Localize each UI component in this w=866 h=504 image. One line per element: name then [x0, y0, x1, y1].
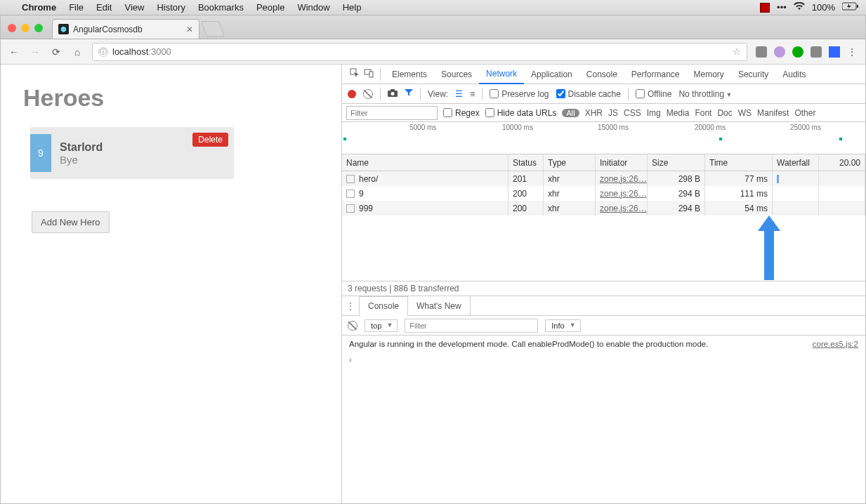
offline-checkbox[interactable]: Offline [636, 89, 671, 99]
app-name[interactable]: Chrome [15, 2, 63, 13]
timeline-marker [343, 138, 346, 140]
col-initiator[interactable]: Initiator [596, 154, 648, 171]
filter-other[interactable]: Other [794, 108, 815, 118]
console-context-select[interactable]: top [365, 319, 398, 332]
drawer-tab-console[interactable]: Console [359, 296, 408, 316]
filter-manifest[interactable]: Manifest [757, 108, 789, 118]
tab-performance[interactable]: Performance [624, 65, 687, 84]
extension-icon[interactable] [811, 46, 822, 58]
filter-css[interactable]: CSS [624, 108, 641, 118]
console-body[interactable]: Angular is running in the development mo… [342, 336, 865, 503]
clear-button[interactable] [363, 89, 373, 99]
regex-checkbox[interactable]: Regex [443, 108, 480, 118]
tab-memory[interactable]: Memory [687, 65, 731, 84]
col-name[interactable]: Name [342, 154, 509, 171]
console-message: Angular is running in the development mo… [349, 340, 770, 348]
menu-window[interactable]: Window [291, 2, 336, 13]
forward-button[interactable]: → [29, 46, 41, 58]
zoom-window-button[interactable] [34, 24, 43, 32]
filter-img[interactable]: Img [647, 108, 661, 118]
network-timeline[interactable]: 5000 ms 10000 ms 15000 ms 20000 ms 25000… [342, 122, 865, 154]
battery-icon[interactable] [842, 2, 859, 13]
view-large-icon[interactable]: ☰ [455, 89, 463, 99]
col-time[interactable]: Time [705, 154, 773, 171]
browser-tab[interactable]: ⬢ AngularCosmosdb ✕ [52, 19, 199, 39]
tab-console[interactable]: Console [579, 65, 624, 84]
new-tab-button[interactable] [201, 21, 225, 37]
view-small-icon[interactable]: ≡ [470, 89, 475, 99]
site-info-icon[interactable]: ⓘ [98, 47, 108, 57]
filter-media[interactable]: Media [667, 108, 690, 118]
inspect-icon[interactable] [348, 68, 362, 80]
throttling-select[interactable]: No throttling [678, 89, 732, 99]
menu-view[interactable]: View [118, 2, 150, 13]
reload-button[interactable]: ⟳ [50, 46, 63, 58]
menu-file[interactable]: File [63, 2, 90, 13]
filter-ws[interactable]: WS [738, 108, 752, 118]
timeline-tick: 25000 ms [790, 124, 821, 131]
extension-icon[interactable] [756, 46, 767, 58]
extension-icon[interactable] [774, 46, 785, 58]
hide-dataurl-checkbox[interactable]: Hide data URLs [485, 108, 557, 118]
drawer-tabs: ⋮ Console What's New [342, 296, 865, 316]
drawer-more-icon[interactable]: ⋮ [342, 301, 359, 311]
omnibox[interactable]: ⓘ localhost:3000 ☆ [92, 43, 747, 61]
tab-sources[interactable]: Sources [434, 65, 479, 84]
close-window-button[interactable] [8, 24, 16, 32]
menu-help[interactable]: Help [336, 2, 368, 13]
network-table-body: hero/ 201 xhr zone.js:26… 298 B 77 ms 9 … [342, 171, 865, 281]
hero-card[interactable]: 9 Starlord Bye Delete [30, 127, 234, 179]
filter-font[interactable]: Font [695, 108, 711, 118]
menu-history[interactable]: History [150, 2, 191, 13]
extension-icon[interactable] [829, 46, 840, 58]
minimize-window-button[interactable] [21, 24, 29, 32]
timeline-marker [839, 138, 842, 140]
col-waterfall[interactable]: Waterfall [773, 154, 819, 171]
console-filter-input[interactable] [405, 319, 538, 333]
col-type[interactable]: Type [544, 154, 596, 171]
network-row[interactable]: hero/ 201 xhr zone.js:26… 298 B 77 ms [342, 171, 865, 186]
menu-bookmarks[interactable]: Bookmarks [192, 2, 250, 13]
delete-button[interactable]: Delete [192, 133, 228, 147]
preserve-log-checkbox[interactable]: Preserve log [490, 89, 549, 99]
capture-screenshot-icon[interactable] [388, 89, 398, 99]
bookmark-star-icon[interactable]: ☆ [733, 46, 741, 57]
console-clear-icon[interactable] [348, 321, 357, 331]
extension-icon[interactable] [792, 46, 803, 58]
drawer-tab-whatsnew[interactable]: What's New [408, 296, 471, 316]
col-status[interactable]: Status [509, 154, 544, 171]
tab-audits[interactable]: Audits [775, 65, 813, 84]
home-button[interactable]: ⌂ [71, 46, 84, 58]
menubar-ext-icon[interactable] [760, 3, 770, 13]
wifi-icon[interactable] [794, 2, 805, 13]
console-level-select[interactable]: Info [545, 319, 580, 332]
network-row[interactable]: 9 200 xhr zone.js:26… 294 B 111 ms [342, 186, 865, 201]
record-button[interactable] [348, 90, 356, 98]
filter-xhr[interactable]: XHR [585, 108, 603, 118]
page-content: Heroes 9 Starlord Bye Delete Add New Her… [1, 65, 341, 503]
filter-input[interactable] [346, 106, 438, 120]
filter-js[interactable]: JS [608, 108, 618, 118]
network-row[interactable]: 999 200 xhr zone.js:26… 294 B 54 ms [342, 201, 865, 215]
menu-edit[interactable]: Edit [90, 2, 118, 13]
menu-people[interactable]: People [250, 2, 291, 13]
menubar-more-icon[interactable]: ••• [777, 2, 787, 13]
filter-doc[interactable]: Doc [717, 108, 732, 118]
back-button[interactable]: ← [8, 46, 20, 58]
console-source-link[interactable]: core.es5.js:2 [813, 340, 858, 348]
add-hero-button[interactable]: Add New Hero [32, 211, 110, 233]
tab-network[interactable]: Network [479, 65, 524, 84]
chrome-menu-icon[interactable]: ⋮ [847, 46, 858, 58]
tab-application[interactable]: Application [524, 65, 579, 84]
tab-close-icon[interactable]: ✕ [186, 25, 193, 34]
disable-cache-checkbox[interactable]: Disable cache [556, 89, 621, 99]
tab-elements[interactable]: Elements [385, 65, 434, 84]
col-waterfall-scale: 20.00 [819, 154, 865, 171]
filter-all[interactable]: All [562, 109, 579, 117]
filter-toggle-icon[interactable] [405, 88, 413, 99]
col-size[interactable]: Size [648, 154, 705, 171]
device-toggle-icon[interactable] [362, 68, 376, 80]
battery-percent: 100% [812, 2, 835, 13]
console-prompt[interactable]: › [349, 355, 858, 364]
tab-security[interactable]: Security [731, 65, 775, 84]
